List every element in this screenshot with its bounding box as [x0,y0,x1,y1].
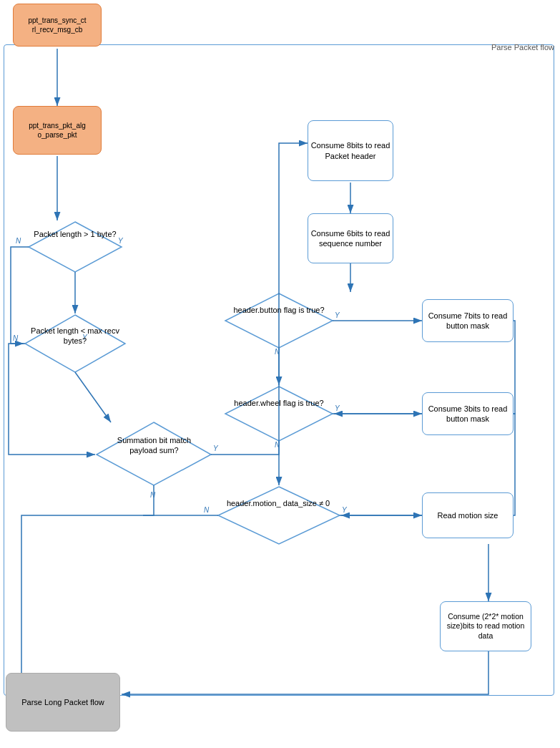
node-read-motion-size: Read motion size [422,492,514,538]
node-start-ctrl: ppt_trans_sync_ct rl_recv_msg_cb [13,4,102,47]
label-diamond-motion: header.motion_ data_size ≠ 0 [225,498,331,508]
flowchart: Parse Packet flow [0,0,560,748]
label-n-hwhl: N [275,441,280,449]
label-y-hwhl: Y [335,404,340,412]
diamond-motion-data [218,487,340,544]
label-y-sum: Y [213,445,219,452]
node-consume-3bits: Consume 3bits to read button mask [422,392,514,435]
label-y-motion: Y [342,506,348,514]
label-diamond-pktmax: Packet length < max recv bytes? [29,326,122,346]
node-parse-long: Parse Long Packet flow [6,673,120,732]
label-n-pktmax: N [13,334,19,342]
label-n-pkt1: N [16,237,21,245]
label-diamond-hbtn: header.button flag is true? [229,305,329,315]
label-diamond-hwhl: header.wheel flag is true? [229,398,329,408]
node-parse-pkt: ppt_trans_pkt_alg o_parse_pkt [13,106,102,155]
node-consume-6bits: Consume 6bits to read sequence number [308,213,393,263]
label-diamond-pkt1: Packet length > 1 byte? [30,229,120,239]
node-consume-8bits: Consume 8bits to read Packet header [308,120,393,181]
label-n-hbtn: N [275,348,280,356]
svg-line-4 [75,372,111,422]
label-y-hbtn: Y [335,311,340,319]
label-n-motion: N [204,506,210,514]
label-diamond-sum: Summation bit match payload sum? [106,435,202,456]
label-n-sum: N [150,491,156,499]
node-consume-7bits: Consume 7bits to read button mask [422,299,514,342]
node-consume-motion-data: Consume (2*2* motion size)bits to read m… [440,601,531,651]
